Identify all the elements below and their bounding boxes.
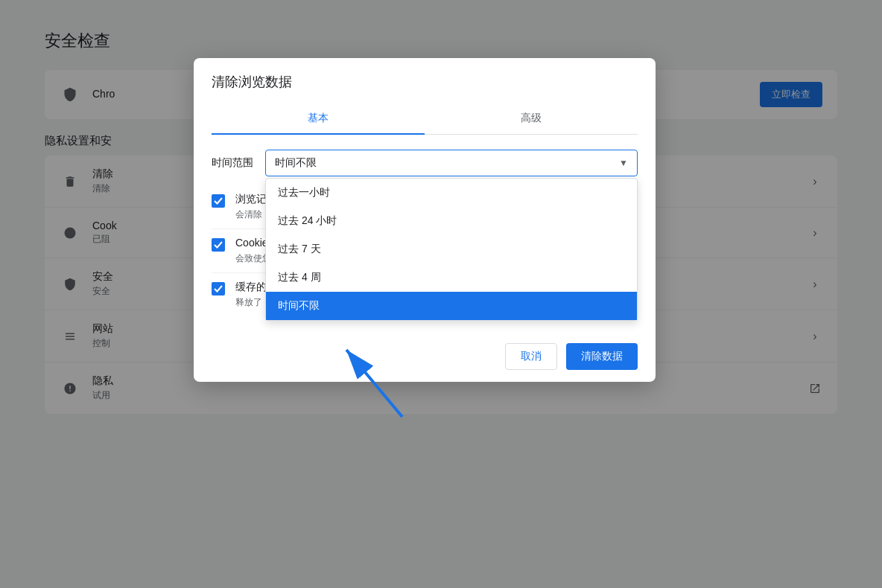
dialog-header: 清除浏览数据 基本 高级 — [194, 58, 656, 135]
option-24h[interactable]: 过去 24 小时 — [266, 207, 637, 235]
chevron-down-icon: ▼ — [619, 158, 628, 168]
dialog-title: 清除浏览数据 — [212, 73, 638, 91]
clear-browsing-dialog: 清除浏览数据 基本 高级 时间范围 时间不限 ▼ 过去一小时 过去 24 小时 … — [194, 58, 656, 382]
select-display[interactable]: 时间不限 ▼ — [265, 150, 638, 176]
option-7d[interactable]: 过去 7 天 — [266, 235, 637, 263]
clear-data-button[interactable]: 清除数据 — [566, 343, 638, 370]
dialog-footer: 取消 清除数据 — [194, 331, 656, 382]
time-range-label: 时间范围 — [212, 156, 253, 170]
tab-basic[interactable]: 基本 — [212, 103, 425, 134]
time-range-row: 时间范围 时间不限 ▼ 过去一小时 过去 24 小时 过去 7 天 过去 4 周… — [212, 150, 638, 176]
dialog-tabs: 基本 高级 — [212, 103, 638, 135]
option-4w[interactable]: 过去 4 周 — [266, 263, 637, 292]
history-checkbox[interactable] — [212, 194, 225, 208]
dialog-body: 时间范围 时间不限 ▼ 过去一小时 过去 24 小时 过去 7 天 过去 4 周… — [194, 135, 656, 331]
selected-option: 时间不限 — [275, 156, 317, 170]
option-1h[interactable]: 过去一小时 — [266, 179, 637, 207]
tab-advanced[interactable]: 高级 — [425, 103, 638, 134]
cancel-button[interactable]: 取消 — [505, 343, 557, 370]
cookies-checkbox[interactable] — [212, 238, 225, 252]
time-range-dropdown: 过去一小时 过去 24 小时 过去 7 天 过去 4 周 时间不限 — [265, 178, 638, 321]
option-all[interactable]: 时间不限 — [266, 292, 637, 320]
cache-checkbox[interactable] — [212, 282, 225, 295]
time-range-select[interactable]: 时间不限 ▼ 过去一小时 过去 24 小时 过去 7 天 过去 4 周 时间不限 — [265, 150, 638, 176]
